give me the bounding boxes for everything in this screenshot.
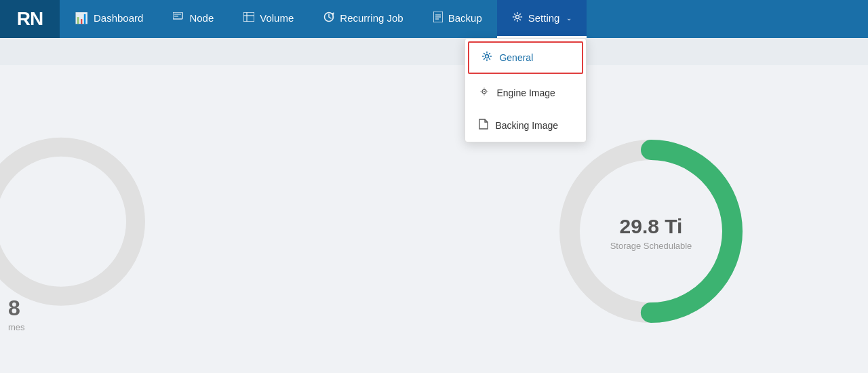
dashboard-icon: 📊: [75, 12, 88, 24]
nav-item-backup[interactable]: Backup: [418, 0, 497, 38]
dashboard-content: 8 mes 29.8 Ti Storage Schedulable CSDN @…: [0, 65, 868, 373]
svg-point-14: [484, 91, 485, 92]
left-stat-value: 8 mes: [8, 296, 25, 332]
nav-label-node: Node: [189, 12, 214, 24]
nav-label-recurring-job: Recurring Job: [340, 12, 403, 24]
navbar: RN 📊 Dashboard Node: [0, 0, 868, 38]
volume-icon: [243, 12, 254, 24]
nav-items: 📊 Dashboard Node Volume: [60, 0, 587, 38]
dropdown-item-backing-image[interactable]: Backing Image: [465, 109, 586, 142]
logo: RN: [0, 0, 60, 38]
right-stat-label: Storage Schedulable: [610, 241, 692, 251]
nav-item-volume[interactable]: Volume: [229, 0, 309, 38]
general-icon: [481, 51, 492, 64]
nav-item-node[interactable]: Node: [158, 0, 229, 38]
right-stat: 29.8 Ti Storage Schedulable: [610, 215, 692, 251]
dropdown-item-general[interactable]: General: [468, 41, 583, 74]
engine-image-icon: [479, 86, 490, 100]
svg-point-11: [515, 15, 519, 18]
right-chart-container: 29.8 Ti Storage Schedulable: [549, 130, 753, 336]
left-chart-container: [0, 127, 156, 319]
setting-icon: [512, 12, 523, 25]
svg-rect-3: [243, 12, 254, 22]
right-stat-value: 29.8 Ti: [610, 215, 692, 238]
dropdown-label-general: General: [499, 52, 533, 63]
sub-header: [0, 38, 868, 65]
nav-label-setting: Setting: [528, 12, 560, 24]
dropdown-label-backing-image: Backing Image: [495, 120, 558, 131]
left-donut-chart: [0, 127, 156, 317]
svg-point-12: [486, 55, 489, 58]
chevron-down-icon: ⌄: [566, 14, 572, 22]
recurring-job-icon: [323, 12, 334, 25]
setting-dropdown: General Engine Image: [465, 38, 587, 142]
svg-rect-0: [173, 12, 182, 19]
nav-label-volume: Volume: [260, 12, 294, 24]
nav-item-recurring-job[interactable]: Recurring Job: [309, 0, 418, 38]
backup-icon: [433, 12, 443, 25]
nav-item-dashboard[interactable]: 📊 Dashboard: [60, 0, 158, 38]
node-icon: [173, 12, 184, 24]
svg-point-15: [0, 147, 136, 296]
dropdown-item-engine-image[interactable]: Engine Image: [465, 77, 586, 109]
nav-label-backup: Backup: [448, 12, 482, 24]
dropdown-label-engine-image: Engine Image: [496, 87, 555, 98]
nav-item-setting[interactable]: Setting ⌄ General: [497, 0, 587, 38]
dashboard-area: 8 mes 29.8 Ti Storage Schedulable: [0, 65, 868, 373]
backing-image-icon: [479, 119, 488, 132]
nav-label-dashboard: Dashboard: [94, 12, 143, 24]
